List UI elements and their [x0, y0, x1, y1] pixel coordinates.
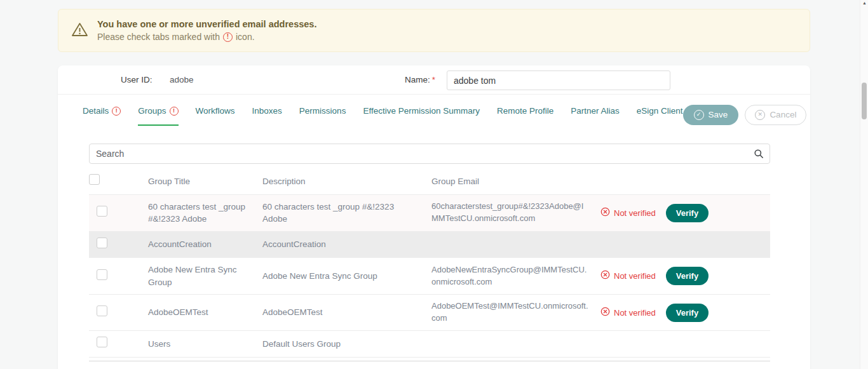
tab-effective-permission-summary[interactable]: Effective Permission Summary	[363, 104, 480, 126]
verification-cell: Not verified Verify	[600, 262, 770, 290]
tab-bar: Details ! Groups ! Workflows Inboxes Per…	[58, 95, 810, 126]
status-badge: Not verified	[614, 208, 656, 218]
description-cell: 60 characters test _group #&!2323 Adobe	[262, 195, 431, 231]
group-title-cell: AccountCreation	[148, 232, 262, 257]
column-header-group-title: Group Title	[148, 170, 262, 194]
verification-cell: Not verified Verify	[600, 299, 770, 326]
action-buttons: ✓ Save ✕ Cancel	[683, 105, 807, 125]
tabs: Details ! Groups ! Workflows Inboxes Per…	[83, 104, 683, 126]
name-label-text: Name:	[405, 75, 430, 84]
tab-groups[interactable]: Groups !	[138, 104, 178, 126]
verify-button[interactable]: Verify	[666, 267, 709, 285]
warning-triangle-icon	[71, 22, 88, 40]
tab-esign-client[interactable]: eSign Client	[637, 104, 683, 126]
cancel-button[interactable]: ✕ Cancel	[745, 105, 806, 125]
group-email-cell	[431, 338, 600, 349]
banner-title: You have one or more unverified email ad…	[97, 19, 316, 29]
status-badge: Not verified	[614, 308, 656, 318]
alert-icon: !	[223, 32, 233, 42]
user-id-value: adobe	[170, 75, 194, 84]
row-checkbox[interactable]	[97, 337, 107, 347]
name-label: Name:*	[405, 75, 435, 84]
banner-subtitle: Please check tabs marked with ! icon.	[97, 32, 316, 42]
description-cell: Default Users Group	[262, 332, 431, 356]
tab-label: Effective Permission Summary	[363, 106, 480, 116]
group-email-cell: AdobeOEMTest@IMMTestCU.onmicrosoft.com	[431, 295, 600, 330]
check-icon: ✓	[694, 110, 704, 120]
row-checkbox[interactable]	[97, 206, 107, 217]
groups-table: Group Title Description Group Email 60 c…	[89, 168, 770, 361]
cancel-button-label: Cancel	[770, 110, 796, 119]
not-verified-icon	[600, 270, 610, 282]
verification-cell	[600, 339, 770, 348]
tab-partner-alias[interactable]: Partner Alias	[571, 104, 620, 126]
status-badge: Not verified	[614, 271, 656, 281]
name-input[interactable]	[447, 70, 670, 90]
row-checkbox[interactable]	[97, 305, 107, 316]
tab-workflows[interactable]: Workflows	[196, 104, 235, 126]
verification-cell	[600, 240, 770, 249]
select-all-checkbox[interactable]	[89, 174, 100, 185]
page-container: You have one or more unverified email ad…	[58, 9, 810, 369]
row-checkbox[interactable]	[97, 269, 107, 280]
description-cell: AccountCreation	[262, 232, 431, 257]
tab-label: Inboxes	[252, 106, 282, 116]
scrollbar-thumb[interactable]	[862, 83, 867, 119]
table-row: AccountCreation AccountCreation	[89, 232, 770, 258]
search-input[interactable]	[89, 144, 770, 164]
checkbox-cell	[89, 264, 148, 290]
alert-icon: !	[170, 107, 179, 116]
table-row: Users Default Users Group	[89, 331, 770, 358]
user-id-label: User ID:	[121, 75, 153, 84]
description-cell: Adobe New Entra Sync Group	[262, 264, 431, 288]
checkbox-cell	[89, 331, 148, 357]
group-title-cell: 60 characters test _group #&!2323 Adobe	[148, 195, 262, 231]
group-title-cell: AdobeOEMTest	[148, 300, 262, 325]
tab-label: Details	[83, 106, 109, 116]
tab-details[interactable]: Details !	[83, 104, 121, 126]
checkbox-cell	[89, 200, 148, 226]
tab-label: eSign Client	[637, 106, 683, 116]
scrollbar-up-arrow[interactable]: ▲	[862, 1, 867, 5]
alert-icon: !	[112, 107, 121, 116]
group-email-cell: AdobeNewEntraSyncGroup@IMMTestCU.onmicro…	[431, 258, 600, 294]
verify-button[interactable]: Verify	[666, 304, 709, 322]
search-bar	[89, 144, 770, 164]
tab-label: Workflows	[196, 106, 235, 116]
tab-label: Groups	[138, 106, 166, 116]
column-header-description: Description	[262, 170, 431, 194]
group-title-cell: Users	[148, 332, 262, 356]
table-row: AdobeOEMTest AdobeOEMTest AdobeOEMTest@I…	[89, 295, 770, 331]
checkbox-cell	[89, 300, 148, 326]
tab-inboxes[interactable]: Inboxes	[252, 104, 282, 126]
user-header: User ID: adobe Name:*	[58, 65, 810, 95]
description-cell: AdobeOEMTest	[262, 300, 431, 325]
unverified-email-banner: You have one or more unverified email ad…	[58, 9, 810, 52]
table-row: Adobe New Entra Sync Group Adobe New Ent…	[89, 258, 770, 295]
required-asterisk: *	[432, 75, 435, 84]
table-row: 60 characters test _group #&!2323 Adobe …	[89, 195, 770, 232]
save-button-label: Save	[709, 110, 728, 119]
save-button[interactable]: ✓ Save	[683, 105, 739, 125]
banner-subtitle-prefix: Please check tabs marked with	[97, 32, 220, 42]
tab-label: Permissions	[299, 106, 346, 116]
column-header-group-email: Group Email	[431, 170, 600, 194]
row-checkbox[interactable]	[97, 238, 107, 248]
tab-label: Partner Alias	[571, 106, 620, 116]
tab-remote-profile[interactable]: Remote Profile	[497, 104, 553, 126]
table-header-row: Group Title Description Group Email	[89, 168, 770, 195]
scrollbar-track[interactable]: ▲	[860, 0, 868, 369]
group-email-cell: 60characterstest_group#&!2323Adobe@IMMTe…	[431, 195, 600, 231]
tab-label: Remote Profile	[497, 106, 553, 116]
table-bottom-edge	[89, 358, 770, 361]
tab-permissions[interactable]: Permissions	[299, 104, 346, 126]
search-icon[interactable]	[754, 149, 764, 159]
column-header-actions	[600, 175, 770, 187]
groups-tab-content: Group Title Description Group Email 60 c…	[58, 144, 810, 361]
group-email-cell	[431, 239, 600, 250]
not-verified-icon	[600, 307, 610, 319]
verify-button[interactable]: Verify	[666, 204, 709, 222]
header-checkbox-cell	[89, 168, 148, 194]
checkbox-cell	[89, 232, 148, 258]
banner-subtitle-suffix: icon.	[236, 32, 255, 42]
